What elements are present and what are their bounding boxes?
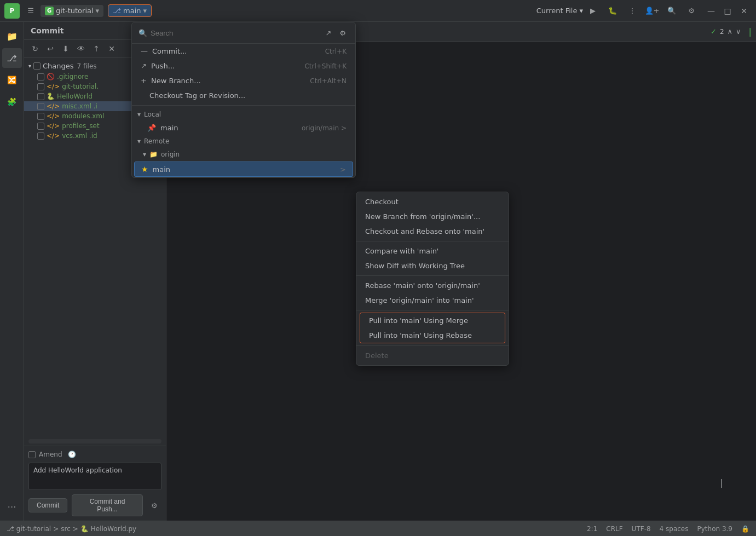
language[interactable]: Python 3.9 bbox=[695, 524, 735, 534]
indent-setting[interactable]: 4 spaces bbox=[657, 524, 691, 534]
file-name: profiles_set bbox=[62, 122, 100, 130]
push-shortcut: Ctrl+Shift+K bbox=[304, 62, 347, 70]
file-checkbox[interactable] bbox=[37, 103, 44, 110]
file-name: vcs.xml .id bbox=[62, 132, 97, 140]
git-branch-status[interactable]: ⎇ git-tutorial > src > 🐍 HelloWorld.py bbox=[4, 524, 138, 534]
update-button[interactable]: ⬇ bbox=[59, 42, 72, 55]
checkout-rebase-item[interactable]: Checkout and Rebase onto 'main' bbox=[356, 224, 509, 239]
expand-icon[interactable]: ↗ bbox=[322, 27, 334, 39]
merge-item[interactable]: Merge 'origin/main' into 'main' bbox=[356, 293, 509, 308]
chevron-down-icon[interactable]: ∨ bbox=[736, 27, 741, 36]
compare-with-item[interactable]: Compare with 'main' bbox=[356, 244, 509, 258]
activity-more[interactable]: ⋯ bbox=[2, 497, 22, 516]
branch-dropdown: 🔍 ↗ ⚙ — Commit... Ctrl+K ↗ Push... Ctrl+… bbox=[131, 22, 356, 178]
file-checkbox[interactable] bbox=[37, 93, 44, 100]
cursor-indicator: | bbox=[720, 477, 723, 488]
file-name: .gitignore bbox=[57, 73, 88, 80]
statusbar-path-sep: > bbox=[53, 525, 59, 533]
current-file-label: Current File bbox=[536, 7, 578, 15]
new-branch-label: New Branch... bbox=[151, 77, 201, 85]
run-button[interactable]: ▶ bbox=[585, 3, 601, 19]
file-type-icon: </> bbox=[47, 112, 60, 120]
scrollbar[interactable] bbox=[28, 439, 161, 443]
view-button[interactable]: 👁 bbox=[74, 42, 88, 55]
activity-folder[interactable]: 📁 bbox=[2, 26, 22, 46]
project-selector[interactable]: G git-tutorial ▾ bbox=[41, 5, 103, 17]
more-actions-button[interactable]: ⋮ bbox=[625, 3, 640, 19]
checkout-tag-menu-item[interactable]: Checkout Tag or Revision... bbox=[132, 88, 355, 103]
dropdown-divider bbox=[132, 105, 355, 106]
rebase-item[interactable]: Rebase 'main' onto 'origin/main' bbox=[356, 278, 509, 293]
branch-name: main bbox=[123, 7, 141, 15]
push-menu-item[interactable]: ↗ Push... Ctrl+Shift+K bbox=[132, 59, 355, 73]
file-checkbox[interactable] bbox=[37, 123, 44, 130]
file-checkbox[interactable] bbox=[37, 113, 44, 120]
folder-collapse-icon: ▾ bbox=[143, 151, 146, 158]
branch-selector[interactable]: ⎇ main ▾ bbox=[108, 4, 152, 17]
commit-message-input[interactable]: Add HelloWorld application bbox=[28, 463, 161, 490]
remote-section-header[interactable]: ▾ Remote bbox=[132, 135, 355, 148]
maximize-button[interactable]: □ bbox=[720, 3, 735, 19]
checkout-item[interactable]: Checkout bbox=[356, 194, 509, 209]
rollback-button[interactable]: ↩ bbox=[44, 42, 57, 55]
statusbar-src: src bbox=[61, 525, 71, 533]
hamburger-menu-button[interactable]: ☰ bbox=[23, 3, 38, 19]
encoding[interactable]: UTF-8 bbox=[630, 524, 653, 534]
activity-vcs[interactable]: ⎇ bbox=[2, 48, 22, 68]
file-checkbox[interactable] bbox=[37, 132, 44, 140]
pull-merge-item[interactable]: Pull into 'main' Using Merge bbox=[360, 313, 505, 328]
commit-button[interactable]: Commit bbox=[28, 498, 67, 512]
chevron-up-icon[interactable]: ∧ bbox=[728, 27, 733, 36]
upload-button[interactable]: ↑ bbox=[90, 42, 103, 55]
file-name: modules.xml bbox=[62, 112, 104, 120]
pull-rebase-item[interactable]: Pull into 'main' Using Rebase bbox=[360, 328, 505, 343]
commit-menu-item[interactable]: — Commit... Ctrl+K bbox=[132, 44, 355, 59]
context-divider-4 bbox=[356, 345, 509, 346]
cursor-position[interactable]: 2:1 bbox=[585, 524, 599, 534]
remote-main-branch[interactable]: ★ main > bbox=[134, 162, 353, 177]
origin-folder[interactable]: ▾ 📁 origin bbox=[132, 148, 355, 161]
close-sidebar-button[interactable]: ✕ bbox=[105, 42, 118, 55]
branch-search-bar: 🔍 ↗ ⚙ bbox=[132, 22, 355, 44]
commit-area: Amend 🕐 Add HelloWorld application Commi… bbox=[24, 446, 166, 521]
add-profile-button[interactable]: 👤+ bbox=[644, 3, 660, 19]
delete-item: Delete bbox=[356, 348, 509, 363]
refresh-button[interactable]: ↻ bbox=[28, 42, 42, 55]
file-name: git-tutorial. bbox=[62, 83, 99, 90]
current-file-selector[interactable]: Current File ▾ bbox=[536, 7, 583, 15]
new-branch-menu-item[interactable]: + New Branch... Ctrl+Alt+N bbox=[132, 73, 355, 88]
remote-branch-name: main bbox=[153, 165, 170, 174]
context-divider-3 bbox=[356, 310, 509, 310]
debug-button[interactable]: 🐛 bbox=[605, 3, 620, 19]
show-diff-item[interactable]: Show Diff with Working Tree bbox=[356, 258, 509, 273]
minimize-button[interactable]: — bbox=[703, 3, 719, 19]
push-item-label: Push... bbox=[151, 62, 175, 70]
branch-search-input[interactable] bbox=[151, 29, 319, 37]
file-checkbox[interactable] bbox=[37, 83, 44, 90]
app-logo: P bbox=[4, 3, 20, 19]
file-type-icon: 🚫 bbox=[47, 73, 55, 80]
activity-git[interactable]: 🔀 bbox=[2, 70, 22, 90]
settings-button[interactable]: ⚙ bbox=[684, 3, 699, 19]
commit-item-label: Commit... bbox=[152, 47, 187, 55]
context-menu: Checkout New Branch from 'origin/main'..… bbox=[356, 192, 509, 366]
changes-count: 7 files bbox=[77, 62, 97, 70]
changes-checkbox[interactable] bbox=[33, 62, 41, 70]
commit-settings-button[interactable]: ⚙ bbox=[147, 498, 161, 513]
local-main-branch[interactable]: 📌 main origin/main > bbox=[132, 121, 355, 135]
new-branch-from-item[interactable]: New Branch from 'origin/main'... bbox=[356, 209, 509, 224]
file-checkbox[interactable] bbox=[37, 73, 44, 80]
close-button[interactable]: ✕ bbox=[736, 3, 752, 19]
local-section-header[interactable]: ▾ Local bbox=[132, 108, 355, 121]
lock-icon: 🔒 bbox=[741, 525, 749, 533]
commit-and-push-button[interactable]: Commit and Push... bbox=[72, 494, 142, 516]
lock-icon[interactable]: 🔒 bbox=[739, 524, 752, 534]
line-ending[interactable]: CRLF bbox=[604, 524, 625, 534]
settings-icon[interactable]: ⚙ bbox=[337, 27, 349, 39]
amend-checkbox[interactable] bbox=[28, 451, 36, 458]
new-branch-shortcut: Ctrl+Alt+N bbox=[310, 77, 347, 85]
search-button[interactable]: 🔍 bbox=[664, 3, 679, 19]
activity-plugins[interactable]: 🧩 bbox=[2, 92, 22, 112]
project-name: git-tutorial bbox=[56, 7, 94, 15]
amend-label: Amend bbox=[39, 451, 62, 458]
